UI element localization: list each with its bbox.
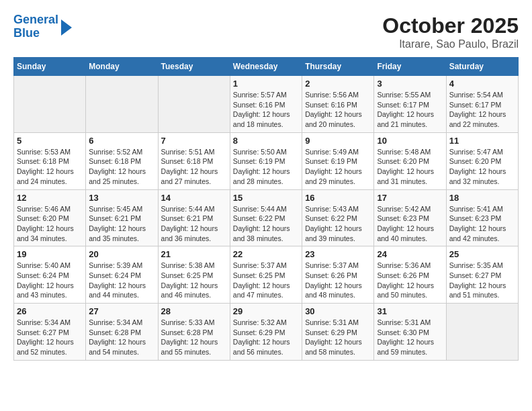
day-info: Sunrise: 5:42 AM Sunset: 6:23 PM Dayligh…	[377, 204, 443, 244]
page-header: General Blue October 2025 Itarare, Sao P…	[13, 13, 519, 50]
logo-arrow-icon	[61, 19, 72, 36]
calendar-cell: 22Sunrise: 5:37 AM Sunset: 6:25 PM Dayli…	[230, 246, 302, 304]
day-number: 17	[377, 193, 443, 203]
day-number: 29	[233, 306, 299, 316]
calendar-cell: 9Sunrise: 5:49 AM Sunset: 6:19 PM Daylig…	[302, 132, 374, 189]
day-number: 11	[449, 136, 515, 146]
day-info: Sunrise: 5:41 AM Sunset: 6:23 PM Dayligh…	[449, 204, 515, 244]
day-info: Sunrise: 5:38 AM Sunset: 6:25 PM Dayligh…	[161, 261, 227, 300]
calendar-cell: 30Sunrise: 5:31 AM Sunset: 6:29 PM Dayli…	[302, 304, 374, 361]
day-number: 21	[161, 249, 227, 259]
calendar-cell: 2Sunrise: 5:56 AM Sunset: 6:16 PM Daylig…	[302, 76, 374, 133]
day-number: 20	[89, 249, 154, 259]
calendar-title: October 2025	[382, 13, 519, 38]
calendar-cell: 4Sunrise: 5:54 AM Sunset: 6:17 PM Daylig…	[446, 76, 518, 133]
calendar-cell: 8Sunrise: 5:50 AM Sunset: 6:19 PM Daylig…	[230, 132, 302, 189]
calendar-week-4: 19Sunrise: 5:40 AM Sunset: 6:24 PM Dayli…	[14, 246, 519, 304]
calendar-cell	[158, 76, 230, 133]
day-number: 4	[449, 79, 515, 89]
calendar-cell: 11Sunrise: 5:47 AM Sunset: 6:20 PM Dayli…	[446, 132, 518, 189]
calendar-cell: 6Sunrise: 5:52 AM Sunset: 6:18 PM Daylig…	[86, 132, 158, 189]
day-info: Sunrise: 5:44 AM Sunset: 6:22 PM Dayligh…	[233, 204, 299, 244]
calendar-week-1: 1Sunrise: 5:57 AM Sunset: 6:16 PM Daylig…	[14, 76, 519, 133]
day-info: Sunrise: 5:46 AM Sunset: 6:20 PM Dayligh…	[17, 204, 83, 244]
calendar-week-3: 12Sunrise: 5:46 AM Sunset: 6:20 PM Dayli…	[14, 189, 519, 246]
calendar-cell: 14Sunrise: 5:44 AM Sunset: 6:21 PM Dayli…	[158, 189, 230, 246]
calendar-cell: 25Sunrise: 5:35 AM Sunset: 6:27 PM Dayli…	[446, 246, 518, 304]
day-number: 1	[233, 79, 299, 89]
day-info: Sunrise: 5:56 AM Sunset: 6:16 PM Dayligh…	[305, 90, 371, 130]
calendar-cell: 24Sunrise: 5:36 AM Sunset: 6:26 PM Dayli…	[374, 246, 446, 304]
day-number: 28	[161, 306, 227, 316]
day-number: 15	[233, 193, 299, 203]
day-info: Sunrise: 5:35 AM Sunset: 6:27 PM Dayligh…	[449, 261, 515, 300]
weekday-tuesday: Tuesday	[158, 58, 230, 76]
day-info: Sunrise: 5:55 AM Sunset: 6:17 PM Dayligh…	[377, 90, 443, 130]
day-info: Sunrise: 5:52 AM Sunset: 6:18 PM Dayligh…	[89, 147, 154, 187]
day-number: 12	[17, 193, 83, 203]
day-number: 26	[17, 306, 83, 316]
day-info: Sunrise: 5:32 AM Sunset: 6:29 PM Dayligh…	[233, 318, 299, 357]
calendar-cell: 18Sunrise: 5:41 AM Sunset: 6:23 PM Dayli…	[446, 189, 518, 246]
logo-general: General	[13, 13, 58, 26]
calendar-table: SundayMondayTuesdayWednesdayThursdayFrid…	[13, 57, 519, 361]
calendar-cell: 16Sunrise: 5:43 AM Sunset: 6:22 PM Dayli…	[302, 189, 374, 246]
day-number: 13	[89, 193, 154, 203]
weekday-saturday: Saturday	[446, 58, 518, 76]
day-number: 31	[377, 306, 443, 316]
calendar-header: SundayMondayTuesdayWednesdayThursdayFrid…	[14, 58, 519, 76]
weekday-header-row: SundayMondayTuesdayWednesdayThursdayFrid…	[14, 58, 519, 76]
calendar-cell: 20Sunrise: 5:39 AM Sunset: 6:24 PM Dayli…	[86, 246, 158, 304]
calendar-subtitle: Itarare, Sao Paulo, Brazil	[382, 38, 519, 50]
calendar-cell: 7Sunrise: 5:51 AM Sunset: 6:18 PM Daylig…	[158, 132, 230, 189]
weekday-friday: Friday	[374, 58, 446, 76]
day-info: Sunrise: 5:37 AM Sunset: 6:25 PM Dayligh…	[233, 261, 299, 300]
day-info: Sunrise: 5:51 AM Sunset: 6:18 PM Dayligh…	[161, 147, 227, 187]
day-number: 19	[17, 249, 83, 259]
day-info: Sunrise: 5:49 AM Sunset: 6:19 PM Dayligh…	[305, 147, 371, 187]
calendar-cell: 13Sunrise: 5:45 AM Sunset: 6:21 PM Dayli…	[86, 189, 158, 246]
calendar-week-2: 5Sunrise: 5:53 AM Sunset: 6:18 PM Daylig…	[14, 132, 519, 189]
day-info: Sunrise: 5:33 AM Sunset: 6:28 PM Dayligh…	[161, 318, 227, 357]
day-info: Sunrise: 5:31 AM Sunset: 6:29 PM Dayligh…	[305, 318, 371, 357]
calendar-cell: 3Sunrise: 5:55 AM Sunset: 6:17 PM Daylig…	[374, 76, 446, 133]
calendar-cell: 10Sunrise: 5:48 AM Sunset: 6:20 PM Dayli…	[374, 132, 446, 189]
calendar-cell: 27Sunrise: 5:34 AM Sunset: 6:28 PM Dayli…	[86, 304, 158, 361]
day-info: Sunrise: 5:48 AM Sunset: 6:20 PM Dayligh…	[377, 147, 443, 187]
logo-text: General Blue	[13, 13, 58, 40]
day-info: Sunrise: 5:54 AM Sunset: 6:17 PM Dayligh…	[449, 90, 515, 130]
day-info: Sunrise: 5:43 AM Sunset: 6:22 PM Dayligh…	[305, 204, 371, 244]
day-info: Sunrise: 5:40 AM Sunset: 6:24 PM Dayligh…	[17, 261, 83, 300]
weekday-thursday: Thursday	[302, 58, 374, 76]
day-number: 14	[161, 193, 227, 203]
calendar-cell: 19Sunrise: 5:40 AM Sunset: 6:24 PM Dayli…	[14, 246, 86, 304]
day-info: Sunrise: 5:34 AM Sunset: 6:27 PM Dayligh…	[17, 318, 83, 357]
day-info: Sunrise: 5:44 AM Sunset: 6:21 PM Dayligh…	[161, 204, 227, 244]
logo-blue: Blue	[13, 26, 40, 40]
day-info: Sunrise: 5:31 AM Sunset: 6:30 PM Dayligh…	[377, 318, 443, 357]
weekday-monday: Monday	[86, 58, 158, 76]
logo: General Blue	[13, 13, 72, 40]
day-number: 30	[305, 306, 371, 316]
calendar-cell: 23Sunrise: 5:37 AM Sunset: 6:26 PM Dayli…	[302, 246, 374, 304]
day-number: 27	[89, 306, 154, 316]
calendar-week-5: 26Sunrise: 5:34 AM Sunset: 6:27 PM Dayli…	[14, 304, 519, 361]
calendar-cell: 12Sunrise: 5:46 AM Sunset: 6:20 PM Dayli…	[14, 189, 86, 246]
day-number: 9	[305, 136, 371, 146]
day-number: 8	[233, 136, 299, 146]
day-number: 5	[17, 136, 83, 146]
day-info: Sunrise: 5:53 AM Sunset: 6:18 PM Dayligh…	[17, 147, 83, 187]
day-info: Sunrise: 5:50 AM Sunset: 6:19 PM Dayligh…	[233, 147, 299, 187]
weekday-sunday: Sunday	[14, 58, 86, 76]
day-info: Sunrise: 5:57 AM Sunset: 6:16 PM Dayligh…	[233, 90, 299, 130]
calendar-cell: 17Sunrise: 5:42 AM Sunset: 6:23 PM Dayli…	[374, 189, 446, 246]
day-info: Sunrise: 5:47 AM Sunset: 6:20 PM Dayligh…	[449, 147, 515, 187]
title-section: October 2025 Itarare, Sao Paulo, Brazil	[382, 13, 519, 50]
day-info: Sunrise: 5:34 AM Sunset: 6:28 PM Dayligh…	[89, 318, 154, 357]
calendar-cell	[446, 304, 518, 361]
calendar-cell: 29Sunrise: 5:32 AM Sunset: 6:29 PM Dayli…	[230, 304, 302, 361]
calendar-cell: 26Sunrise: 5:34 AM Sunset: 6:27 PM Dayli…	[14, 304, 86, 361]
day-number: 7	[161, 136, 227, 146]
calendar-cell	[14, 76, 86, 133]
calendar-cell: 1Sunrise: 5:57 AM Sunset: 6:16 PM Daylig…	[230, 76, 302, 133]
